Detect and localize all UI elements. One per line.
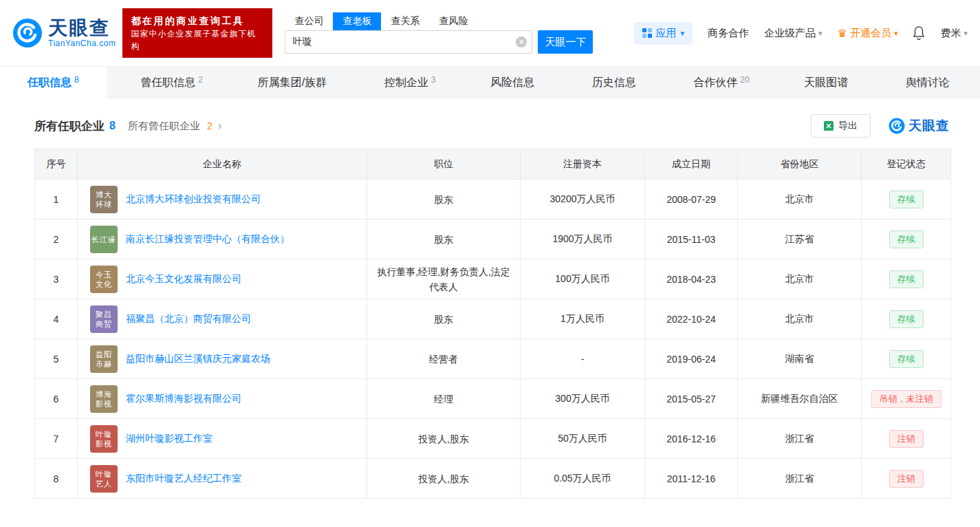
capital-cell: 1900万人民币 bbox=[521, 219, 645, 259]
table-row: 3 今玉文化 北京今玉文化发展有限公司 执行董事,经理,财务负责人,法定代表人 … bbox=[35, 259, 951, 299]
search-button[interactable]: 天眼一下 bbox=[538, 30, 593, 54]
table-row: 7 叶璇影视 湖州叶璇影视工作室 投资人,股东 50万人民币 2016-12-1… bbox=[35, 419, 951, 459]
capital-cell: 300万人民币 bbox=[521, 379, 645, 419]
region-cell: 北京市 bbox=[738, 299, 862, 339]
row-number: 8 bbox=[35, 459, 78, 499]
enterprise-products-link[interactable]: 企业级产品 ▾ bbox=[764, 27, 823, 40]
company-name-link[interactable]: 北京博大环球创业投资有限公司 bbox=[126, 193, 261, 206]
page: 天眼查 TianYanCha.com 都在用的商业查询工具 国家中小企业发展子基… bbox=[0, 0, 980, 527]
slogan-line1: 都在用的商业查询工具 bbox=[131, 14, 264, 28]
company-logo: 今玉文化 bbox=[90, 266, 118, 293]
business-cooperation-link[interactable]: 商务合作 bbox=[708, 27, 749, 40]
company-name-link[interactable]: 南京长江缘投资管理中心（有限合伙） bbox=[126, 233, 290, 246]
search-tabs: 查公司 查老板 查关系 查风险 bbox=[285, 12, 593, 30]
company-logo: 聚昌商贸 bbox=[90, 305, 118, 333]
slogan-banner: 都在用的商业查询工具 国家中小企业发展子基金旗下机构 bbox=[122, 8, 272, 58]
search-input[interactable] bbox=[285, 30, 532, 54]
tab-group-family[interactable]: 所属集团/族群 bbox=[237, 67, 350, 99]
company-name-link[interactable]: 福聚昌（北京）商贸有限公司 bbox=[126, 313, 251, 325]
tab-graph[interactable]: 天眼图谱 bbox=[783, 67, 871, 99]
section-tabbar: 任职信息8 曾任职信息2 所属集团/族群 控制企业3 风险信息 历史信息 合作伙… bbox=[0, 66, 980, 99]
slogan-line2: 国家中小企业发展子基金旗下机构 bbox=[131, 28, 264, 52]
apps-grid-icon bbox=[642, 28, 652, 38]
company-logo: 博海影视 bbox=[90, 385, 118, 413]
notification-bell-icon[interactable] bbox=[913, 26, 925, 40]
tianyancha-watermark-icon bbox=[889, 118, 905, 134]
watermark-text: 天眼查 bbox=[908, 117, 950, 135]
date-cell: 2022-10-24 bbox=[645, 299, 738, 339]
export-button[interactable]: 导出 bbox=[811, 114, 871, 138]
tab-former-positions[interactable]: 曾任职信息2 bbox=[120, 67, 224, 99]
chevron-right-icon: › bbox=[218, 120, 221, 131]
search-block: 查公司 查老板 查关系 查风险 ✕ 天眼一下 bbox=[285, 12, 593, 54]
position-cell: 执行董事,经理,财务负责人,法定代表人 bbox=[367, 259, 521, 299]
region-cell: 北京市 bbox=[738, 180, 862, 219]
date-cell: 2018-04-23 bbox=[645, 259, 738, 299]
table-row: 4 聚昌商贸 福聚昌（北京）商贸有限公司 股东 1万人民币 2022-10-24… bbox=[35, 299, 951, 339]
company-name-link[interactable]: 益阳市赫山区兰溪镇庆元家庭农场 bbox=[126, 353, 270, 365]
company-logo: 长江缘 bbox=[90, 226, 118, 253]
status-badge: 存续 bbox=[889, 230, 924, 248]
company-logo: 叶璇艺人 bbox=[90, 465, 118, 493]
company-logo: 益阳市赫 bbox=[90, 345, 118, 373]
col-header-region: 省份地区 bbox=[738, 149, 862, 180]
col-header-date: 成立日期 bbox=[645, 149, 738, 180]
former-companies-link[interactable]: 所有曾任职企业 2 › bbox=[128, 120, 221, 133]
tab-public-opinion[interactable]: 舆情讨论 bbox=[885, 67, 973, 99]
chevron-down-icon: ▾ bbox=[681, 29, 685, 38]
open-vip-link[interactable]: ♛ 开通会员 ▾ bbox=[838, 27, 898, 40]
capital-cell: 30200万人民币 bbox=[521, 180, 645, 219]
apps-button[interactable]: 应用 ▾ bbox=[634, 22, 693, 45]
tab-risk-info[interactable]: 风险信息 bbox=[470, 67, 558, 99]
tab-partners[interactable]: 合作伙伴20 bbox=[673, 67, 770, 99]
tianyancha-logo[interactable]: 天眼查 TianYanCha.com bbox=[12, 18, 116, 48]
company-name-link[interactable]: 北京今玉文化发展有限公司 bbox=[126, 273, 241, 286]
search-tab-risk[interactable]: 查风险 bbox=[429, 12, 477, 30]
position-cell: 经营者 bbox=[367, 339, 521, 379]
main-content: 所有任职企业 8 所有曾任职企业 2 › 导出 bbox=[0, 99, 980, 499]
table-row: 1 博大环球 北京博大环球创业投资有限公司 股东 30200万人民币 2008-… bbox=[35, 180, 951, 219]
company-logo: 叶璇影视 bbox=[90, 425, 118, 453]
chevron-down-icon: ▾ bbox=[818, 29, 823, 38]
capital-cell: 1万人民币 bbox=[521, 299, 645, 339]
tab-position-info[interactable]: 任职信息8 bbox=[0, 67, 107, 99]
status-badge: 注销 bbox=[889, 470, 924, 488]
status-badge: 存续 bbox=[889, 191, 924, 208]
row-number: 3 bbox=[35, 259, 78, 299]
user-menu[interactable]: 费米 ▾ bbox=[940, 27, 968, 40]
tab-controlled-companies[interactable]: 控制企业3 bbox=[364, 67, 457, 99]
position-cell: 股东 bbox=[367, 180, 521, 219]
col-header-company: 企业名称 bbox=[78, 149, 367, 180]
region-cell: 浙江省 bbox=[738, 459, 862, 499]
row-number: 2 bbox=[35, 219, 78, 259]
tab-history-info[interactable]: 历史信息 bbox=[571, 67, 660, 99]
logo-brand: 天眼查 bbox=[48, 18, 116, 39]
section-title-count: 8 bbox=[109, 120, 116, 132]
row-number: 5 bbox=[35, 339, 78, 379]
date-cell: 2011-12-16 bbox=[645, 459, 738, 499]
status-badge: 吊销，未注销 bbox=[871, 390, 941, 408]
table-row: 8 叶璇艺人 东阳市叶璇艺人经纪工作室 投资人,股东 0.05万人民币 2011… bbox=[35, 459, 951, 499]
position-cell: 投资人,股东 bbox=[367, 419, 521, 459]
company-logo: 博大环球 bbox=[90, 186, 118, 213]
region-cell: 北京市 bbox=[738, 259, 862, 299]
positions-table: 序号 企业名称 职位 注册资本 成立日期 省份地区 登记状态 1 bbox=[34, 149, 950, 499]
capital-cell: 0.05万人民币 bbox=[521, 459, 645, 499]
date-cell: 2019-06-24 bbox=[645, 339, 738, 379]
date-cell: 2016-12-16 bbox=[645, 419, 738, 459]
watermark-logo: 天眼查 bbox=[889, 117, 950, 135]
search-tab-boss[interactable]: 查老板 bbox=[333, 12, 381, 30]
search-tab-relation[interactable]: 查关系 bbox=[381, 12, 429, 30]
status-badge: 存续 bbox=[889, 310, 924, 328]
row-number: 6 bbox=[35, 379, 78, 419]
col-header-capital: 注册资本 bbox=[521, 149, 645, 180]
position-cell: 投资人,股东 bbox=[367, 459, 521, 499]
tianyancha-logo-icon bbox=[12, 18, 43, 48]
company-name-link[interactable]: 霍尔果斯博海影视有限公司 bbox=[126, 393, 241, 405]
chevron-down-icon: ▾ bbox=[963, 29, 968, 38]
company-name-link[interactable]: 湖州叶璇影视工作室 bbox=[126, 433, 213, 445]
chevron-down-icon: ▾ bbox=[894, 29, 898, 38]
company-name-link[interactable]: 东阳市叶璇艺人经纪工作室 bbox=[126, 473, 241, 485]
username: 费米 bbox=[940, 27, 961, 40]
search-tab-company[interactable]: 查公司 bbox=[285, 12, 333, 30]
